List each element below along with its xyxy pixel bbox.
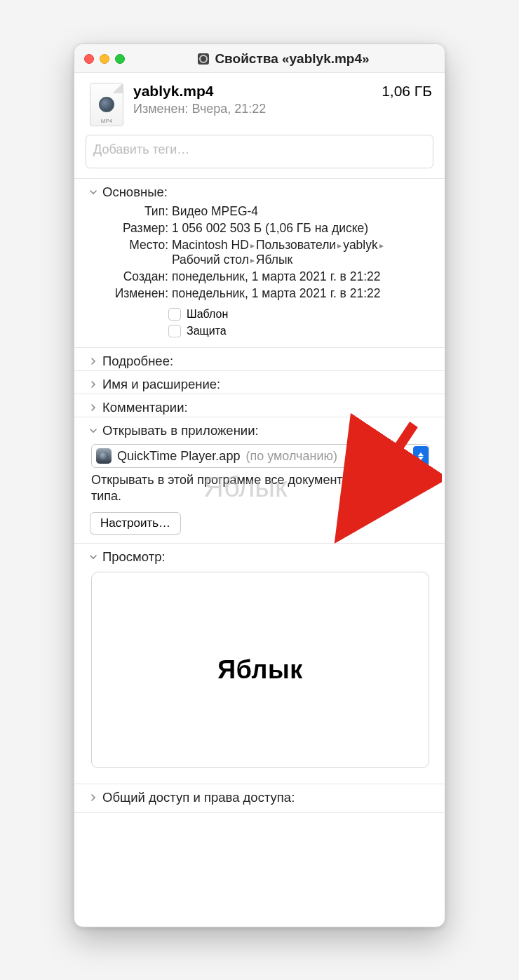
chevron-down-icon — [88, 187, 98, 197]
file-thumbnail-icon: MP4 — [90, 83, 123, 126]
section-title: Подробнее: — [102, 354, 173, 369]
minimize-button[interactable] — [100, 54, 109, 64]
open-with-dropdown[interactable]: QuickTime Player.app (по умолчанию) — [91, 444, 429, 468]
section-title: Комментарии: — [102, 400, 188, 415]
change-all-button[interactable]: Настроить… — [90, 512, 181, 535]
section-more: Подробнее: — [74, 347, 445, 370]
template-checkbox[interactable] — [168, 308, 181, 321]
section-comments: Комментарии: — [74, 394, 445, 417]
chevron-down-icon — [88, 552, 98, 562]
file-header: MP4 yablyk.mp4 Изменен: Вчера, 21:22 1,0… — [74, 73, 445, 130]
chevron-right-icon — [88, 356, 98, 366]
kind-value: Видео MPEG-4 — [172, 204, 429, 219]
template-label: Шаблон — [187, 308, 228, 321]
section-general-header[interactable]: Основные: — [88, 184, 432, 200]
section-preview-header[interactable]: Просмотр: — [88, 549, 432, 565]
section-title: Основные: — [102, 184, 168, 200]
locked-checkbox[interactable] — [168, 325, 181, 337]
where-label: Место: — [91, 238, 168, 267]
locked-label: Защита — [187, 325, 227, 337]
section-title: Имя и расширение: — [102, 377, 220, 392]
modified-value: понедельник, 1 марта 2021 г. в 21:22 — [172, 286, 429, 301]
section-open-with-header[interactable]: Открывать в приложении: — [88, 423, 432, 438]
zoom-button[interactable] — [115, 54, 125, 64]
where-value: Macintosh HD▸Пользователи▸yablyk▸Рабочий… — [172, 238, 429, 267]
locked-row: Защита — [88, 325, 432, 337]
section-sharing: Общий доступ и права доступа: — [74, 784, 445, 813]
chevron-right-icon — [88, 793, 98, 803]
quicktime-app-icon — [96, 448, 112, 464]
template-row: Шаблон — [88, 308, 432, 321]
section-comments-header[interactable]: Комментарии: — [88, 400, 432, 415]
section-general: Основные: Тип: Видео MPEG-4 Размер: 1 05… — [74, 178, 445, 347]
preview-content-text: Яблык — [217, 655, 302, 685]
open-with-description: Открывать в этой программе все документы… — [88, 472, 432, 511]
kind-label: Тип: — [91, 204, 168, 219]
chevron-right-icon — [88, 403, 98, 412]
section-name-ext-header[interactable]: Имя и расширение: — [88, 377, 432, 392]
open-with-default-suffix: (по умолчанию) — [245, 449, 337, 464]
section-title: Общий доступ и права доступа: — [102, 790, 295, 805]
window-title-wrap: Свойства «yablyk.mp4» — [130, 51, 436, 67]
preview-thumbnail: Яблык — [91, 572, 429, 768]
section-title: Открывать в приложении: — [102, 423, 259, 438]
close-button[interactable] — [84, 54, 94, 64]
quicktime-file-icon — [197, 53, 210, 65]
created-value: понедельник, 1 марта 2021 г. в 21:22 — [172, 269, 429, 284]
file-size: 1,06 ГБ — [382, 83, 432, 100]
get-info-window: Свойства «yablyk.mp4» MP4 yablyk.mp4 Изм… — [74, 43, 445, 927]
section-more-header[interactable]: Подробнее: — [88, 354, 432, 369]
file-ext-badge: MP4 — [101, 118, 112, 124]
modified-label: Изменен: — [91, 286, 168, 301]
tags-input[interactable]: Добавить теги… — [86, 135, 433, 168]
file-modified-short: Изменен: Вчера, 21:22 — [133, 102, 372, 116]
section-name-ext: Имя и расширение: — [74, 370, 445, 394]
file-name: yablyk.mp4 — [133, 83, 372, 100]
size-value: 1 056 002 503 Б (1,06 ГБ на диске) — [172, 221, 429, 236]
section-sharing-header[interactable]: Общий доступ и права доступа: — [88, 790, 432, 805]
open-with-app-name: QuickTime Player.app — [117, 449, 240, 464]
window-title: Свойства «yablyk.mp4» — [215, 51, 369, 67]
chevron-down-icon — [88, 426, 98, 436]
dropdown-stepper-icon — [413, 446, 429, 466]
section-open-with: Открывать в приложении: QuickTime Player… — [74, 417, 445, 543]
section-title: Просмотр: — [102, 549, 166, 565]
section-preview: Просмотр: Яблык — [74, 543, 445, 784]
created-label: Создан: — [91, 269, 168, 284]
chevron-right-icon — [88, 380, 98, 389]
titlebar: Свойства «yablyk.mp4» — [74, 44, 445, 73]
size-label: Размер: — [91, 221, 168, 236]
